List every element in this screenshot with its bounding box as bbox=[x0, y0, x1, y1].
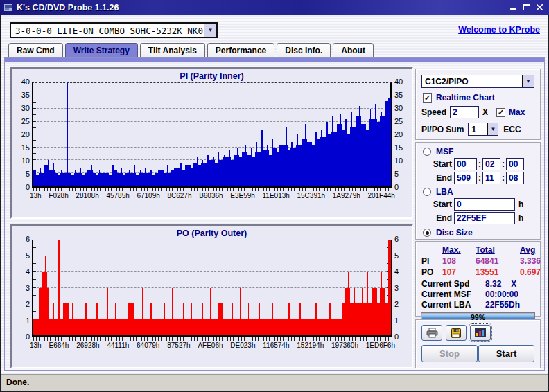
save-floppy-icon bbox=[451, 328, 461, 338]
y-tick-label: 3 bbox=[26, 284, 30, 292]
pi-plot bbox=[32, 82, 392, 188]
y-tick-label: 25 bbox=[21, 117, 30, 125]
tab-raw-cmd[interactable]: Raw Cmd bbox=[8, 43, 63, 58]
save-image-button[interactable] bbox=[470, 325, 491, 341]
msf-start-min-input[interactable] bbox=[454, 158, 477, 170]
pi-avg: 3.336 bbox=[520, 256, 541, 266]
y-tick-label: 0 bbox=[26, 183, 30, 191]
x-tick-label: 28108h bbox=[76, 192, 98, 199]
pi-total: 64841 bbox=[476, 256, 520, 266]
current-msf-label: Current MSF bbox=[421, 289, 485, 299]
pi-bars bbox=[33, 83, 390, 186]
tab-disc-info[interactable]: Disc Info. bbox=[277, 43, 331, 58]
current-spd-value: 8.32X bbox=[485, 279, 536, 289]
msf-separator: : bbox=[478, 173, 481, 183]
y-tick-label: 20 bbox=[394, 130, 403, 139]
tab-about[interactable]: About bbox=[333, 43, 374, 58]
pipo-sum-dropdown-button[interactable]: ▼ bbox=[487, 123, 498, 135]
titlebar: K's CD/DVD Probe 1.1.26 bbox=[0, 0, 549, 15]
tab-write-strategy[interactable]: Write Strategy bbox=[65, 43, 138, 58]
mode-selector-dropdown-button[interactable]: ▼ bbox=[522, 75, 534, 87]
tab-content: PI (Parity Inner) 0510152025303540 05101… bbox=[4, 57, 545, 371]
x-tick-label: 64079h bbox=[137, 341, 159, 349]
x-tick-label: E3E59h bbox=[230, 192, 255, 199]
stats-header-avg: Avg bbox=[520, 245, 536, 255]
tab-bar: Raw Cmd Write Strategy Tilt Analysis Per… bbox=[8, 43, 376, 58]
max-speed-checkbox[interactable]: ✓ bbox=[496, 108, 505, 117]
close-button[interactable] bbox=[534, 2, 546, 12]
po-bars bbox=[33, 240, 390, 335]
x-tick-label: 197360h bbox=[331, 341, 358, 349]
current-lba-row: Current LBA 22F55Dh bbox=[421, 300, 536, 310]
y-tick-label: 35 bbox=[21, 91, 30, 99]
y-tick-label: 25 bbox=[394, 117, 403, 125]
po-total: 13551 bbox=[476, 267, 520, 277]
start-button[interactable]: Start bbox=[478, 345, 534, 362]
x-tick-label: 26928h bbox=[76, 341, 99, 349]
actions-group: Stop Start bbox=[415, 319, 541, 368]
pi-chart-panel: PI (Parity Inner) 0510152025303540 05101… bbox=[10, 67, 413, 219]
lba-start-input[interactable] bbox=[454, 198, 515, 211]
y-tick-label: 40 bbox=[394, 78, 403, 86]
y-tick-label: 2 bbox=[26, 300, 30, 308]
tab-tilt-analysis[interactable]: Tilt Analysis bbox=[140, 43, 205, 58]
maximize-button[interactable] bbox=[521, 2, 532, 12]
y-tick-label: 6 bbox=[26, 235, 30, 243]
disc-size-radio[interactable] bbox=[423, 229, 431, 237]
x-tick-label: 8C627h bbox=[167, 192, 191, 199]
po-chart-panel: PO (Parity Outer) 0123456 0123456 13hE66… bbox=[10, 224, 413, 368]
printer-icon bbox=[426, 328, 438, 338]
msf-end-min-input[interactable] bbox=[454, 172, 477, 184]
chart-options-group: C1C2/PIPO ▼ ✓ Realtime Chart Speed X ✓ M… bbox=[415, 69, 541, 140]
msf-label: MSF bbox=[436, 147, 453, 157]
msf-end-label: End bbox=[416, 173, 452, 183]
drive-selector[interactable]: 3-0-0-0 LITE-ON COMBO SOHC-5232K NK07 ▼ bbox=[10, 22, 218, 38]
msf-start-frame-input[interactable] bbox=[506, 158, 524, 170]
msf-start-sec-input[interactable] bbox=[482, 158, 500, 170]
x-tick-label: 152194h bbox=[297, 341, 324, 349]
chevron-down-icon: ▼ bbox=[490, 126, 496, 132]
lba-radio[interactable] bbox=[423, 188, 431, 196]
y-tick-label: 0 bbox=[394, 183, 399, 191]
lba-end-input[interactable] bbox=[454, 212, 515, 224]
welcome-link[interactable]: Welcome to KProbe bbox=[458, 25, 540, 35]
speed-label: Speed bbox=[421, 107, 446, 117]
progress-percent: 99% bbox=[421, 313, 534, 321]
print-button[interactable] bbox=[421, 325, 442, 341]
y-tick-label: 20 bbox=[21, 130, 30, 139]
y-tick-label: 1 bbox=[26, 317, 30, 325]
chevron-down-icon: ▼ bbox=[208, 27, 214, 33]
msf-end-frame-input[interactable] bbox=[506, 172, 524, 184]
x-tick-label: AFE06h bbox=[198, 341, 223, 349]
pi-y-axis-left: 0510152025303540 bbox=[12, 82, 32, 188]
msf-radio[interactable] bbox=[423, 148, 431, 156]
mode-selector[interactable]: C1C2/PIPO ▼ bbox=[421, 75, 534, 88]
msf-separator: : bbox=[502, 159, 505, 169]
drive-selector-dropdown-button[interactable]: ▼ bbox=[204, 24, 216, 37]
y-tick-label: 1 bbox=[394, 317, 399, 325]
msf-start-label: Start bbox=[416, 159, 452, 169]
window-title: K's CD/DVD Probe 1.1.26 bbox=[17, 3, 506, 12]
pipo-sum-label: PI/PO Sum bbox=[421, 125, 464, 134]
y-tick-label: 5 bbox=[394, 251, 399, 260]
lba-end-unit: h bbox=[518, 213, 523, 223]
y-tick-label: 10 bbox=[394, 157, 403, 165]
stats-header-total: Total bbox=[476, 245, 520, 255]
mode-selector-value: C1C2/PIPO bbox=[422, 75, 522, 87]
pi-chart-title: PI (Parity Inner) bbox=[12, 69, 412, 82]
stop-button[interactable]: Stop bbox=[421, 345, 478, 362]
chart-image-icon bbox=[475, 328, 486, 337]
msf-end-sec-input[interactable] bbox=[482, 172, 500, 184]
current-msf-value: 00:00:00 bbox=[485, 289, 536, 299]
pipo-sum-selector[interactable]: 1 ▼ bbox=[468, 123, 498, 136]
tab-performance[interactable]: Performance bbox=[207, 43, 274, 58]
progress-bar: 99% bbox=[421, 312, 535, 322]
x-tick-label: F028h bbox=[49, 192, 68, 199]
speed-input[interactable] bbox=[450, 106, 479, 118]
active-tab-band bbox=[5, 58, 544, 62]
minimize-button[interactable] bbox=[507, 2, 519, 12]
save-button[interactable] bbox=[446, 325, 467, 341]
bar bbox=[388, 240, 391, 335]
current-lba-value: 22F55Dh bbox=[485, 300, 536, 310]
realtime-chart-checkbox[interactable]: ✓ bbox=[423, 93, 432, 103]
